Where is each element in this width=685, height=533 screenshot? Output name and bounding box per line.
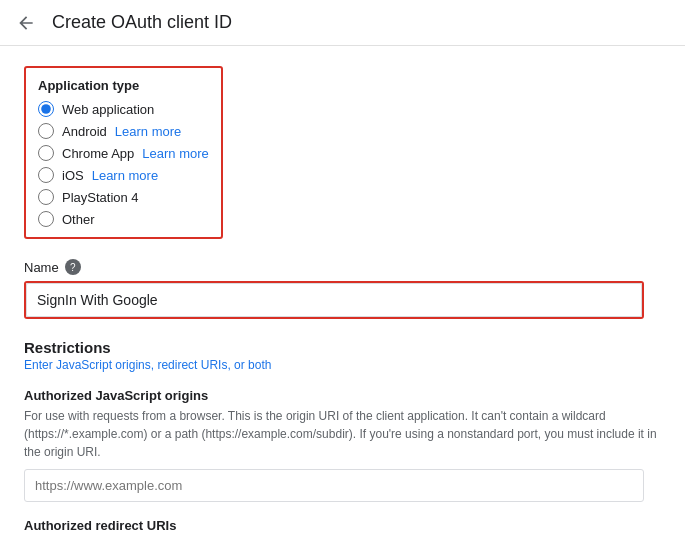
radio-label-ps4: PlayStation 4: [62, 190, 139, 205]
android-learn-more-link[interactable]: Learn more: [115, 124, 181, 139]
back-button[interactable]: [16, 13, 36, 33]
redirect-uris-section: Authorized redirect URIs For use with re…: [24, 518, 661, 533]
ios-learn-more-link[interactable]: Learn more: [92, 168, 158, 183]
radio-label-chrome: Chrome App: [62, 146, 134, 161]
radio-label-web: Web application: [62, 102, 154, 117]
page-title: Create OAuth client ID: [52, 12, 232, 33]
name-label-row: Name ?: [24, 259, 661, 275]
restrictions-section: Restrictions Enter JavaScript origins, r…: [24, 339, 661, 533]
redirect-uris-title: Authorized redirect URIs: [24, 518, 661, 533]
radio-input-ps4[interactable]: [38, 189, 54, 205]
radio-input-other[interactable]: [38, 211, 54, 227]
radio-input-web[interactable]: [38, 101, 54, 117]
radio-playstation4[interactable]: PlayStation 4: [38, 189, 209, 205]
radio-ios[interactable]: iOS Learn more: [38, 167, 209, 183]
name-label-text: Name: [24, 260, 59, 275]
restrictions-title: Restrictions: [24, 339, 661, 356]
radio-label-other: Other: [62, 212, 95, 227]
restrictions-subtitle: Enter JavaScript origins, redirect URIs,…: [24, 358, 661, 372]
name-input-wrapper: [24, 281, 644, 319]
content-area: Application type Web application Android…: [0, 46, 685, 533]
js-origins-title: Authorized JavaScript origins: [24, 388, 661, 403]
chrome-learn-more-link[interactable]: Learn more: [142, 146, 208, 161]
radio-input-ios[interactable]: [38, 167, 54, 183]
radio-label-ios: iOS: [62, 168, 84, 183]
name-section: Name ?: [24, 259, 661, 319]
application-type-label: Application type: [38, 78, 209, 93]
radio-web-application[interactable]: Web application: [38, 101, 209, 117]
js-origins-input[interactable]: [24, 469, 644, 502]
application-type-section: Application type Web application Android…: [24, 66, 223, 239]
radio-android[interactable]: Android Learn more: [38, 123, 209, 139]
radio-chrome-app[interactable]: Chrome App Learn more: [38, 145, 209, 161]
header: Create OAuth client ID: [0, 0, 685, 46]
radio-label-android: Android: [62, 124, 107, 139]
js-origins-section: Authorized JavaScript origins For use wi…: [24, 388, 661, 502]
radio-group: Web application Android Learn more Chrom…: [38, 101, 209, 227]
radio-input-android[interactable]: [38, 123, 54, 139]
radio-input-chrome[interactable]: [38, 145, 54, 161]
radio-other[interactable]: Other: [38, 211, 209, 227]
name-input[interactable]: [26, 283, 642, 317]
name-help-icon[interactable]: ?: [65, 259, 81, 275]
js-origins-desc: For use with requests from a browser. Th…: [24, 407, 661, 461]
